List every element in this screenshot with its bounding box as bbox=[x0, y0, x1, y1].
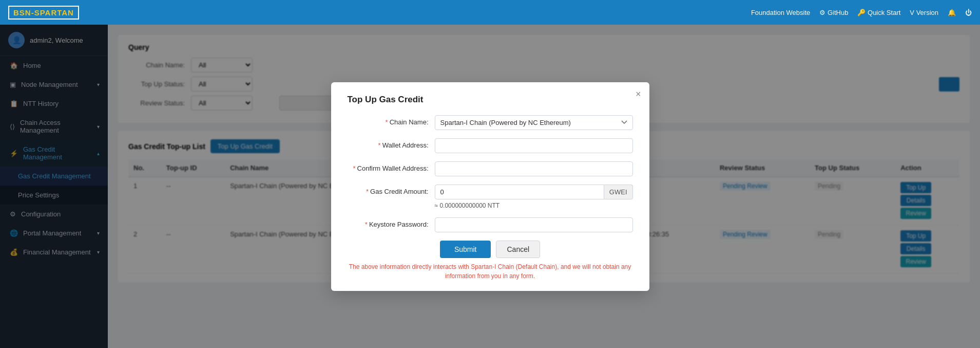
confirm-wallet-address-input[interactable] bbox=[435, 161, 633, 176]
required-star: * bbox=[365, 221, 368, 228]
modal-keystore-field bbox=[435, 217, 633, 232]
required-star: * bbox=[366, 188, 369, 195]
modal-row-wallet: *Wallet Address: bbox=[348, 138, 633, 153]
gwei-unit-label: GWEI bbox=[604, 185, 633, 199]
modal-submit-button[interactable]: Submit bbox=[440, 241, 491, 258]
gas-credit-amount-input[interactable] bbox=[435, 185, 604, 199]
github-icon: ⚙ bbox=[819, 9, 825, 16]
modal-gas-amount-label: *Gas Credit Amount: bbox=[348, 185, 435, 195]
modal-overlay: Top Up Gas Credit × *Chain Name: Spartan… bbox=[0, 25, 980, 348]
required-star: * bbox=[353, 164, 355, 172]
ntt-equiv-text: ≈ 0.000000000000 NTT bbox=[435, 202, 633, 209]
modal-keystore-label: *Keystore Password: bbox=[348, 217, 435, 228]
modal-chain-select[interactable]: Spartan-I Chain (Powered by NC Ethereum) bbox=[435, 115, 633, 130]
wallet-address-input[interactable] bbox=[435, 138, 633, 153]
modal-row-chain: *Chain Name: Spartan-I Chain (Powered by… bbox=[348, 115, 633, 130]
modal-title: Top Up Gas Credit bbox=[348, 95, 633, 105]
github-link[interactable]: ⚙ GitHub bbox=[819, 9, 848, 16]
header: BSN-SPARTAN Foundation Website ⚙ GitHub … bbox=[0, 0, 980, 25]
power-icon[interactable]: ⏻ bbox=[965, 9, 972, 16]
foundation-website-link[interactable]: Foundation Website bbox=[751, 9, 810, 16]
modal-warning-text: The above information directly interacts… bbox=[348, 262, 633, 281]
modal-cancel-button[interactable]: Cancel bbox=[496, 241, 540, 258]
modal-chain-label: *Chain Name: bbox=[348, 115, 435, 126]
header-nav: Foundation Website ⚙ GitHub 🔑 Quick Star… bbox=[751, 9, 972, 16]
key-icon: 🔑 bbox=[857, 9, 866, 16]
keystore-password-input[interactable] bbox=[435, 217, 633, 232]
modal-footer: Submit Cancel bbox=[348, 241, 633, 258]
logo: BSN-SPARTAN bbox=[8, 6, 79, 20]
modal-row-gas-amount: *Gas Credit Amount: GWEI ≈ 0.00000000000… bbox=[348, 185, 633, 209]
top-up-modal: Top Up Gas Credit × *Chain Name: Spartan… bbox=[331, 82, 649, 291]
modal-confirm-wallet-label: *Confirm Wallet Address: bbox=[348, 161, 435, 172]
modal-wallet-label: *Wallet Address: bbox=[348, 138, 435, 149]
modal-wallet-field bbox=[435, 138, 633, 153]
bell-icon[interactable]: 🔔 bbox=[948, 9, 956, 16]
required-star: * bbox=[386, 118, 388, 126]
modal-close-button[interactable]: × bbox=[636, 89, 641, 99]
modal-row-keystore: *Keystore Password: bbox=[348, 217, 633, 232]
logo-name: SPARTAN bbox=[34, 8, 74, 17]
version-icon: V bbox=[910, 9, 914, 16]
required-star: * bbox=[378, 141, 381, 149]
logo-accent: BSN- bbox=[13, 8, 34, 17]
version-link[interactable]: V Version bbox=[910, 9, 938, 16]
modal-gas-amount-field: GWEI ≈ 0.000000000000 NTT bbox=[435, 185, 633, 209]
gwei-wrapper: GWEI bbox=[435, 185, 633, 199]
quickstart-link[interactable]: 🔑 Quick Start bbox=[857, 9, 900, 16]
modal-chain-field: Spartan-I Chain (Powered by NC Ethereum) bbox=[435, 115, 633, 130]
modal-row-confirm-wallet: *Confirm Wallet Address: bbox=[348, 161, 633, 176]
modal-confirm-wallet-field bbox=[435, 161, 633, 176]
